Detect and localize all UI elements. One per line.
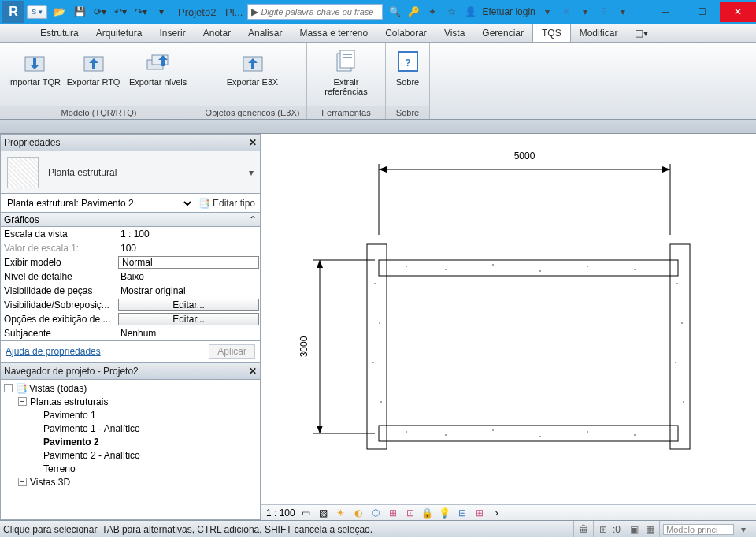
tab-anotar[interactable]: Anotar bbox=[195, 24, 239, 42]
star-icon[interactable]: ☆ bbox=[444, 5, 458, 19]
tab-gerenciar[interactable]: Gerenciar bbox=[473, 24, 532, 42]
sb-link-icon[interactable]: ▦ bbox=[643, 523, 656, 536]
tab-modificar[interactable]: Modificar bbox=[571, 24, 627, 42]
tab-extra-icon[interactable]: ◫▾ bbox=[626, 24, 657, 42]
type-selector[interactable]: Planta estrutural ▾ bbox=[0, 151, 261, 194]
tree-leaf[interactable]: Terreno bbox=[1, 462, 260, 475]
exportar-rtq-button[interactable]: Exportar RTQ bbox=[65, 46, 121, 87]
drawing-canvas[interactable]: ─ ☐ ✕ ◎2D ✋ 🔍 5000 bbox=[261, 134, 756, 520]
group-collapse-icon[interactable]: ⌃ bbox=[249, 214, 257, 225]
sb-filter-dropdown-icon[interactable]: ▾ bbox=[737, 523, 750, 536]
svg-rect-23 bbox=[367, 244, 387, 449]
tab-vista[interactable]: Vista bbox=[435, 24, 473, 42]
sobre-button[interactable]: ? Sobre bbox=[392, 46, 423, 87]
vc-shadow-icon[interactable]: ◐ bbox=[352, 507, 365, 519]
tab-analisar[interactable]: Analisar bbox=[239, 24, 291, 42]
vc-crop-icon[interactable]: ⊞ bbox=[387, 507, 399, 519]
tree-leaf[interactable]: Pavimento 2 bbox=[1, 435, 260, 448]
key-icon[interactable]: 🔑 bbox=[406, 5, 421, 19]
instance-dropdown[interactable]: Planta estrutural: Pavimento 2 bbox=[1, 195, 194, 211]
apply-button[interactable]: Aplicar bbox=[209, 344, 255, 359]
properties-close-icon[interactable]: ✕ bbox=[249, 137, 257, 148]
edit-type-button[interactable]: 📑 Editar tipo bbox=[194, 198, 260, 209]
project-browser-header[interactable]: Navegador de projeto - Projeto2 ✕ bbox=[0, 362, 261, 380]
tree-node[interactable]: Vistas (todas) bbox=[29, 383, 87, 394]
tab-estrutura[interactable]: Estrutura bbox=[32, 24, 87, 42]
svg-point-40 bbox=[380, 401, 382, 403]
property-group-header[interactable]: Gráficos ⌃ bbox=[0, 213, 261, 227]
property-row[interactable]: Opções de exibição de ...Editar... bbox=[1, 312, 260, 326]
search-input[interactable] bbox=[261, 7, 379, 17]
vc-hide-icon[interactable]: ⊟ bbox=[456, 507, 469, 519]
expander-icon[interactable]: − bbox=[18, 397, 27, 406]
type-dropdown-icon[interactable]: ▾ bbox=[249, 167, 254, 178]
svg-point-42 bbox=[681, 322, 683, 324]
sync-icon[interactable]: ⟳▾ bbox=[91, 3, 109, 20]
tab-tqs[interactable]: TQS bbox=[532, 24, 571, 42]
exchange-icon[interactable]: ✕ bbox=[559, 5, 573, 19]
vc-bulb-icon[interactable]: 💡 bbox=[439, 507, 451, 519]
project-browser-tree[interactable]: − 📑 Vistas (todas) − Plantas estruturais… bbox=[0, 380, 261, 520]
tree-node[interactable]: Plantas estruturais bbox=[30, 396, 108, 407]
vc-detail-icon[interactable]: ▭ bbox=[300, 507, 313, 519]
vc-sun-icon[interactable]: ☀ bbox=[335, 507, 347, 519]
undo-icon[interactable]: ↶▾ bbox=[112, 3, 129, 20]
property-row[interactable]: Visibilidade de peçasMostrar original bbox=[1, 284, 260, 298]
tab-colaborar[interactable]: Colaborar bbox=[376, 24, 435, 42]
search-box[interactable]: ▶ bbox=[247, 4, 383, 20]
property-row[interactable]: Nível de detalheBaixo bbox=[1, 270, 260, 284]
maximize-button[interactable]: ☐ bbox=[684, 2, 720, 22]
sb-model-icon[interactable]: 🏛 bbox=[577, 523, 590, 536]
binoculars-icon[interactable]: 🔍 bbox=[387, 5, 402, 19]
file-tab[interactable]: S ▾ bbox=[27, 5, 47, 19]
svg-marker-15 bbox=[662, 166, 670, 173]
property-row[interactable]: Valor de escala 1:100 bbox=[1, 241, 260, 255]
svg-marker-19 bbox=[317, 260, 323, 268]
close-button[interactable]: ✕ bbox=[720, 2, 756, 22]
sb-worksets-icon[interactable]: ⊞ bbox=[597, 523, 610, 536]
open-icon[interactable]: 📂 bbox=[50, 3, 68, 20]
properties-help-link[interactable]: Ajuda de propriedades bbox=[6, 346, 101, 357]
sb-filter-input[interactable] bbox=[663, 524, 734, 535]
sb-select-icon[interactable]: ▣ bbox=[628, 523, 640, 536]
exportar-niveis-button[interactable]: Exportar níveis bbox=[124, 46, 191, 87]
extrair-referencias-button[interactable]: Extrair referências bbox=[313, 46, 379, 96]
qat-dropdown-icon[interactable]: ▾ bbox=[153, 3, 170, 20]
properties-panel-header[interactable]: Propriedades ✕ bbox=[0, 134, 261, 151]
help-icon[interactable]: ? bbox=[597, 5, 611, 19]
vc-lock-icon[interactable]: 🔒 bbox=[421, 507, 434, 519]
property-row[interactable]: Escala da vista1 : 100 bbox=[1, 227, 260, 241]
browser-close-icon[interactable]: ✕ bbox=[249, 366, 257, 377]
help-dropdown-icon[interactable]: ▾ bbox=[616, 5, 630, 19]
tree-leaf[interactable]: Pavimento 2 - Analítico bbox=[1, 448, 260, 462]
exportar-e3x-button[interactable]: Exportar E3X bbox=[224, 46, 281, 87]
menu-bar: Estrutura Arquitetura Inserir Anotar Ana… bbox=[0, 24, 756, 43]
exchange-dropdown-icon[interactable]: ▾ bbox=[578, 5, 592, 19]
app-logo-icon[interactable]: R bbox=[2, 1, 24, 23]
vc-reveal-icon[interactable]: ⊞ bbox=[473, 507, 486, 519]
property-row[interactable]: SubjacenteNenhum bbox=[1, 326, 260, 340]
minimize-button[interactable]: ─ bbox=[647, 2, 684, 22]
tree-node[interactable]: Vistas 3D bbox=[30, 477, 70, 488]
scale-label[interactable]: 1 : 100 bbox=[266, 507, 295, 519]
property-row[interactable]: Exibir modeloNormal bbox=[1, 255, 260, 270]
tab-arquitetura[interactable]: Arquitetura bbox=[87, 24, 151, 42]
vc-chevron-icon[interactable]: › bbox=[491, 507, 503, 519]
tab-inserir[interactable]: Inserir bbox=[150, 24, 194, 42]
tab-massa-terreno[interactable]: Massa e terreno bbox=[291, 24, 376, 42]
expander-icon[interactable]: − bbox=[18, 478, 27, 486]
expander-icon[interactable]: − bbox=[4, 384, 13, 392]
importar-tqr-button[interactable]: Importar TQR bbox=[6, 46, 62, 87]
user-icon[interactable]: 👤 bbox=[463, 5, 477, 19]
tree-leaf[interactable]: Pavimento 1 bbox=[1, 408, 260, 422]
vc-render-icon[interactable]: ⬡ bbox=[369, 507, 382, 519]
login-link[interactable]: Efetuar login bbox=[482, 6, 535, 17]
login-dropdown-icon[interactable]: ▾ bbox=[540, 5, 554, 19]
share-icon[interactable]: ✦ bbox=[425, 5, 439, 19]
save-icon[interactable]: 💾 bbox=[71, 3, 88, 20]
redo-icon[interactable]: ↷▾ bbox=[132, 3, 150, 20]
property-row[interactable]: Visibilidade/Sobreposiç...Editar... bbox=[1, 298, 260, 312]
vc-model-icon[interactable]: ▨ bbox=[317, 507, 330, 519]
vc-crop2-icon[interactable]: ⊡ bbox=[404, 507, 417, 519]
tree-leaf[interactable]: Pavimento 1 - Analítico bbox=[1, 422, 260, 435]
